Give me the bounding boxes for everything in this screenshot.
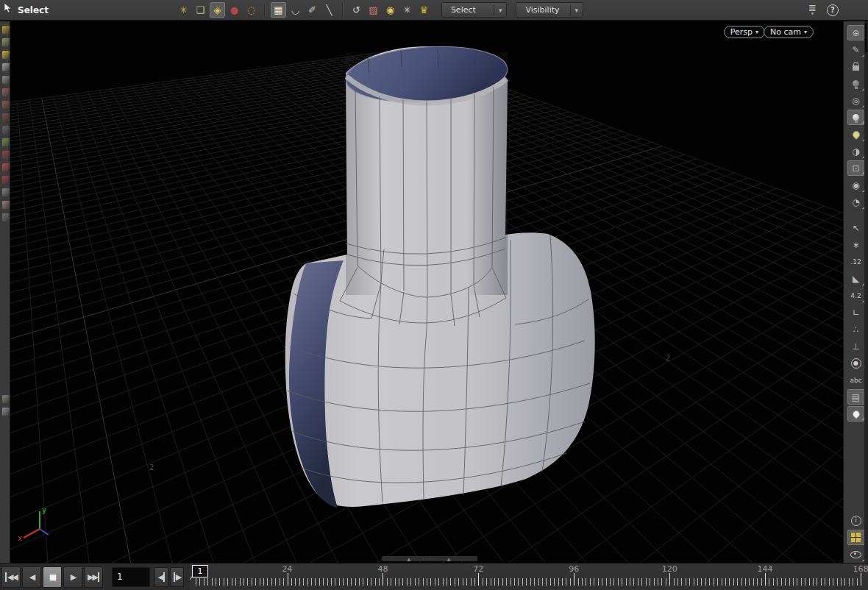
selection-ring-icon[interactable]: ◌	[243, 2, 259, 18]
help-icon[interactable]: ?	[827, 4, 839, 16]
left-toolbar-spacer	[0, 221, 10, 391]
left-tool-icon[interactable]	[2, 213, 10, 221]
left-tool-icon[interactable]	[2, 26, 10, 34]
select-mode-label: Select	[442, 5, 494, 15]
current-frame-field[interactable]: 1	[112, 567, 150, 587]
visible-geometry-select-icon[interactable]: ▨	[366, 2, 381, 18]
lasso-select-icon[interactable]: ◡	[288, 2, 303, 18]
no-cam-button[interactable]: No cam ▾	[764, 26, 814, 38]
timeline-tick	[255, 578, 256, 586]
current-frame-flag[interactable]: 1	[192, 565, 208, 577]
timeline-tick	[745, 578, 746, 586]
left-tool-icon[interactable]	[2, 113, 10, 121]
box-select-icon[interactable]: ▦	[271, 2, 286, 18]
selection-rules-icon[interactable]: ♛	[416, 2, 432, 18]
timeline-tick	[733, 578, 734, 586]
left-tool-icon[interactable]	[2, 201, 10, 209]
group-display-icon[interactable]: ●	[847, 355, 865, 371]
show-handles-icon[interactable]: ✳	[176, 2, 191, 18]
laser-select-icon[interactable]: ╲	[321, 2, 337, 18]
secure-selection-icon[interactable]: ●	[227, 2, 242, 18]
info-icon[interactable]: i	[847, 513, 865, 528]
profile-curves-icon[interactable]: ∟	[847, 305, 865, 320]
timeline-tick	[410, 578, 411, 586]
camera-persp-button[interactable]: Persp ▾	[724, 26, 765, 38]
view-pin-icon[interactable]	[847, 406, 865, 422]
left-tool-icon[interactable]	[2, 151, 10, 159]
go-to-end-button[interactable]: ▶▶	[84, 566, 103, 588]
timeline-tick	[327, 578, 328, 586]
select-geometry-icon[interactable]: ◈	[210, 2, 225, 18]
left-tool-icon[interactable]	[2, 188, 10, 196]
left-tool-icon[interactable]	[2, 176, 10, 184]
light-quality-icon[interactable]	[847, 127, 865, 142]
visibility-eye-icon[interactable]	[847, 547, 865, 562]
play-button[interactable]: ▶	[63, 566, 82, 588]
go-to-start-button[interactable]: ◀◀	[1, 566, 21, 588]
quad-view-icon[interactable]	[847, 530, 865, 545]
timeline-tick	[463, 578, 463, 586]
left-tool-icon[interactable]	[2, 126, 10, 134]
timeline-tick	[212, 578, 213, 586]
headlight-icon[interactable]	[847, 76, 865, 91]
chevron-down-icon: ▾	[753, 29, 758, 35]
left-tool-icon[interactable]	[2, 88, 10, 96]
left-tool-icon[interactable]	[2, 51, 10, 59]
primitive-numbers-icon[interactable]: 4.2	[847, 288, 865, 303]
lock-view-icon[interactable]	[847, 59, 865, 74]
left-tool-icon[interactable]	[2, 395, 10, 403]
t-pipe-model[interactable]	[10, 21, 843, 563]
timeline-tick	[765, 573, 766, 586]
timeline-tick	[777, 578, 778, 586]
ghost-objects-icon[interactable]: ◔	[847, 194, 865, 210]
material-shading-icon[interactable]: ◎	[847, 93, 865, 108]
point-numbers-icon[interactable]: .12	[847, 254, 865, 269]
loop-select-icon[interactable]: ↺	[349, 2, 364, 18]
timeline-tick	[761, 578, 762, 586]
timeline-ruler[interactable]: 1 24487296120144168	[190, 564, 868, 590]
left-tool-icon[interactable]	[2, 408, 10, 416]
play-reverse-button[interactable]: ◀	[22, 566, 41, 588]
right-scroll-handle[interactable]	[865, 23, 867, 52]
hide-other-objects-icon[interactable]: ◉	[847, 177, 865, 193]
left-tool-icon[interactable]	[2, 138, 10, 146]
display-normals-icon[interactable]: ↖	[847, 220, 865, 235]
toolbar-menu-icon[interactable]: ≣ ▾	[808, 4, 817, 16]
timeline-tick	[861, 573, 861, 586]
timeline-tick	[669, 573, 670, 586]
left-tool-icon[interactable]	[2, 101, 10, 109]
pointer-options-icon[interactable]: ✳	[399, 2, 415, 18]
left-tool-icon[interactable]	[2, 163, 10, 171]
timeline-tick	[785, 578, 786, 586]
whole-geometry-select-icon[interactable]: ◉	[383, 2, 398, 18]
visibility-dropdown[interactable]: Visibility ▾	[516, 2, 583, 18]
point-trails-icon[interactable]: ∴	[847, 321, 865, 337]
stop-button[interactable]: ■	[43, 566, 62, 588]
toolbar-separator	[264, 4, 266, 17]
left-tool-icon[interactable]	[2, 38, 10, 46]
select-objects-icon[interactable]: ❑	[193, 2, 208, 18]
primitive-markers-icon[interactable]: ◣	[847, 271, 865, 286]
timeline-tick	[789, 578, 790, 586]
vector-display-icon[interactable]: ⊥	[847, 338, 865, 354]
shadows-icon[interactable]: ◑	[847, 143, 865, 159]
left-tool-icon[interactable]	[2, 63, 10, 71]
chevron-down-icon: ▾	[570, 5, 583, 15]
lighting-icon[interactable]	[847, 110, 865, 125]
step-back-button[interactable]: ◀	[154, 567, 168, 587]
background-image-icon[interactable]: ▤	[847, 389, 865, 405]
timeline-tick	[303, 578, 304, 586]
select-mode-dropdown[interactable]: Select ▾	[441, 2, 508, 18]
text-overlay-icon[interactable]: abc	[847, 372, 865, 388]
display-options-icon[interactable]: ⊡	[847, 160, 865, 176]
brush-select-icon[interactable]: ✐	[305, 2, 320, 18]
left-tool-icon[interactable]	[2, 76, 10, 84]
snapshot-icon[interactable]: ✎	[847, 42, 865, 57]
step-forward-button[interactable]: ▶	[170, 567, 184, 587]
viewport-3d[interactable]: Persp ▾ No cam ▾ 22 y x ▲ ····· ▲	[10, 21, 843, 563]
timeline-tick	[546, 578, 547, 586]
display-points-icon[interactable]: ∗	[847, 237, 865, 252]
view-tool-icon[interactable]: ⊕	[847, 25, 865, 40]
timeline-tick	[419, 578, 419, 586]
panel-divider-handle[interactable]: ▲ ····· ▲	[382, 556, 477, 561]
